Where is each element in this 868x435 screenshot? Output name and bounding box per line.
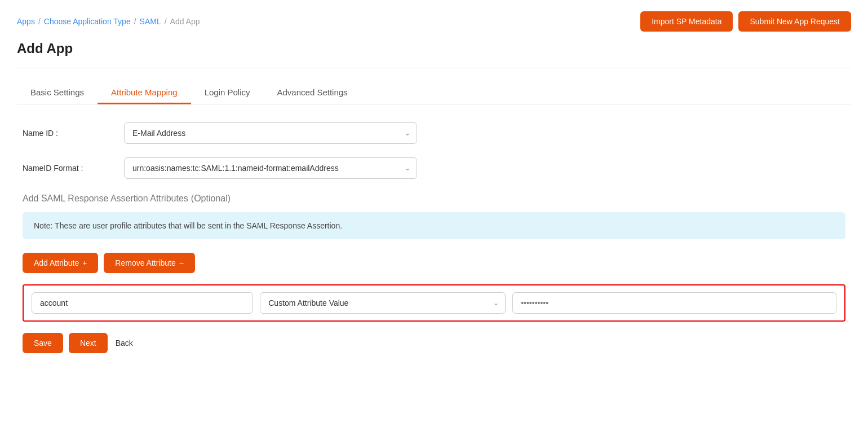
nameid-format-row: NameID Format : urn:oasis:names:tc:SAML:…: [23, 157, 845, 179]
add-icon: +: [82, 258, 87, 267]
breadcrumb-add-app: Add App: [170, 17, 200, 26]
name-id-label: Name ID :: [23, 129, 124, 138]
breadcrumb-sep-2: /: [134, 17, 136, 26]
bottom-buttons: Save Next Back: [23, 333, 845, 353]
form-section: Name ID : E-Mail AddressUsernamePhone ⌄ …: [17, 122, 851, 353]
remove-icon: −: [179, 258, 184, 267]
breadcrumb-sep-1: /: [38, 17, 41, 26]
back-button[interactable]: Back: [113, 333, 135, 353]
name-id-select[interactable]: E-Mail AddressUsernamePhone: [124, 122, 417, 144]
breadcrumb-apps[interactable]: Apps: [17, 17, 35, 26]
tab-advanced-settings[interactable]: Advanced Settings: [264, 82, 361, 104]
saml-optional-label: (Optional): [191, 194, 231, 203]
name-id-row: Name ID : E-Mail AddressUsernamePhone ⌄: [23, 122, 845, 144]
remove-attribute-button[interactable]: Remove Attribute −: [104, 253, 195, 273]
breadcrumb-sep-3: /: [165, 17, 167, 26]
name-id-select-wrapper: E-Mail AddressUsernamePhone ⌄: [124, 122, 417, 144]
submit-new-app-request-button[interactable]: Submit New App Request: [738, 11, 851, 32]
attribute-type-wrapper: Custom Attribute ValueUser AttributeGrou…: [260, 292, 506, 314]
next-button[interactable]: Next: [69, 333, 108, 353]
save-button[interactable]: Save: [23, 333, 63, 353]
tabs: Basic Settings Attribute Mapping Login P…: [17, 82, 851, 104]
breadcrumb-saml[interactable]: SAML: [140, 17, 161, 26]
breadcrumb: Apps / Choose Application Type / SAML / …: [17, 17, 200, 26]
add-attribute-label: Add Attribute: [34, 258, 79, 267]
divider: [17, 68, 851, 68]
tab-login-policy[interactable]: Login Policy: [191, 82, 264, 104]
nameid-format-select-wrapper: urn:oasis:names:tc:SAML:1.1:nameid-forma…: [124, 157, 417, 179]
tab-basic-settings[interactable]: Basic Settings: [17, 82, 98, 104]
add-attribute-button[interactable]: Add Attribute +: [23, 253, 98, 273]
top-bar: Apps / Choose Application Type / SAML / …: [17, 11, 851, 32]
saml-section-title: Add SAML Response Assertion Attributes (…: [23, 192, 845, 204]
saml-note-box: Note: These are user profile attributes …: [23, 212, 845, 239]
nameid-format-select[interactable]: urn:oasis:names:tc:SAML:1.1:nameid-forma…: [124, 157, 417, 179]
nameid-format-label: NameID Format :: [23, 164, 124, 173]
attribute-buttons: Add Attribute + Remove Attribute −: [23, 253, 845, 273]
breadcrumb-choose-app-type[interactable]: Choose Application Type: [44, 17, 131, 26]
attribute-name-input[interactable]: [32, 292, 253, 314]
remove-attribute-label: Remove Attribute: [115, 258, 175, 267]
tab-attribute-mapping[interactable]: Attribute Mapping: [98, 82, 191, 104]
top-buttons: Import SP Metadata Submit New App Reques…: [640, 11, 851, 32]
import-sp-metadata-button[interactable]: Import SP Metadata: [640, 11, 733, 32]
saml-section: Add SAML Response Assertion Attributes (…: [23, 192, 845, 239]
saml-note-text: Note: These are user profile attributes …: [34, 221, 342, 230]
attribute-row: Custom Attribute ValueUser AttributeGrou…: [23, 284, 845, 322]
attribute-value-input[interactable]: [512, 292, 836, 314]
attribute-type-select[interactable]: Custom Attribute ValueUser AttributeGrou…: [260, 292, 506, 314]
page-title: Add App: [17, 41, 851, 56]
